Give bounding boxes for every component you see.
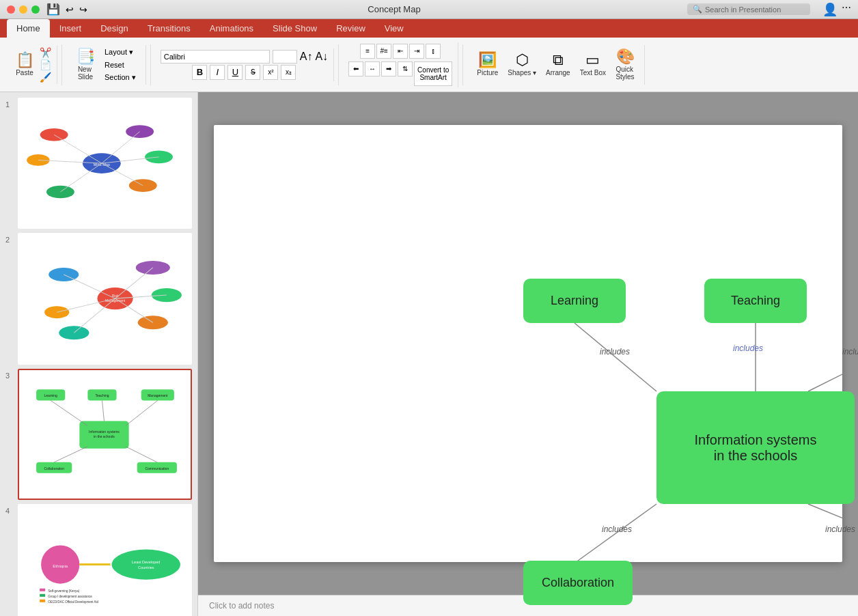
svg-text:Information systems: Information systems — [89, 429, 120, 433]
picture-button[interactable]: 🖼️ Picture — [473, 50, 502, 79]
italic-button[interactable]: I — [210, 65, 225, 80]
arrange-button[interactable]: ⧉ Arrange — [542, 50, 575, 79]
new-slide-icon: 📑 — [77, 49, 95, 64]
quick-styles-button[interactable]: 🎨 QuickStyles — [611, 46, 639, 83]
copy-icon[interactable]: 📄 — [40, 59, 51, 70]
text-box-button[interactable]: ▭ Text Box — [576, 50, 610, 79]
reset-button[interactable]: Reset — [100, 59, 140, 70]
slide-canvas[interactable]: includes includes includes includes incl… — [214, 125, 842, 562]
cut-icon[interactable]: ✂️ — [40, 47, 51, 58]
align-left-button[interactable]: ⬅ — [348, 61, 363, 76]
share-icon[interactable]: ⋯ — [842, 2, 851, 17]
tab-home[interactable]: Home — [7, 19, 50, 38]
columns-button[interactable]: ⫿ — [426, 44, 441, 59]
svg-line-65 — [808, 323, 842, 391]
slide-thumb-4[interactable]: 4 Ethiopia Least Developed Countries — [5, 504, 192, 616]
bullet-list-button[interactable]: ≡ — [360, 44, 375, 59]
edge-label-teaching: includes — [733, 344, 763, 353]
format-painter-icon[interactable]: 🖌️ — [40, 72, 51, 83]
font-family-dropdown[interactable]: Calibri — [161, 50, 270, 64]
paragraph-section: ≡ #≡ ⇤ ⇥ ⫿ ⬅ ↔ ➡ ⇅ Convert toSmartArt — [343, 42, 458, 87]
svg-rect-61 — [40, 600, 45, 602]
clipboard-section: 📋 Paste ✂️ 📄 🖌️ — [5, 46, 57, 84]
search-box[interactable]: 🔍 Search in Presentation — [687, 3, 810, 15]
text-box-icon: ▭ — [585, 53, 600, 68]
slide-thumb-1[interactable]: 1 Mind Map — [5, 98, 192, 229]
slide-thumb-3[interactable]: 3 Information systems in the schools Lea… — [5, 369, 192, 500]
slide-number-2: 2 — [5, 233, 18, 244]
subscript-button[interactable]: x₂ — [281, 65, 296, 80]
slide-canvas-wrapper: includes includes includes includes incl… — [198, 92, 858, 595]
tab-design[interactable]: Design — [91, 19, 137, 38]
svg-point-7 — [46, 186, 74, 199]
font-size-dropdown[interactable] — [273, 50, 297, 64]
underline-button[interactable]: U — [227, 65, 243, 80]
svg-text:OECD/DAC Official Development : OECD/DAC Official Development Aid — [48, 600, 98, 604]
center-node[interactable]: Information systems in the schools — [656, 391, 855, 504]
slide-image-3[interactable]: Information systems in the schools Learn… — [18, 369, 192, 500]
svg-text:Communication: Communication — [145, 466, 169, 470]
svg-point-23 — [59, 326, 89, 340]
slide-panel[interactable]: 1 Mind Map — [0, 92, 198, 616]
collaboration-node[interactable]: Collaboration — [523, 561, 633, 605]
traffic-lights[interactable] — [7, 5, 40, 14]
learning-label: Learning — [551, 294, 598, 308]
numbered-list-button[interactable]: #≡ — [376, 44, 391, 59]
maximize-button[interactable] — [31, 5, 40, 14]
edge-label-learning: includes — [600, 347, 630, 356]
quick-styles-icon: 🎨 — [616, 49, 635, 64]
slide-image-4[interactable]: Ethiopia Least Developed Countries Self-… — [18, 504, 192, 616]
svg-text:Countries: Countries — [138, 565, 154, 569]
svg-rect-59 — [40, 594, 45, 597]
slide-image-2[interactable]: Risk Management — [18, 233, 192, 364]
tab-animations[interactable]: Animations — [200, 19, 263, 38]
edge-label-communication: includes — [825, 524, 855, 534]
strikethrough-button[interactable]: S̶ — [245, 65, 260, 80]
svg-text:Learning: Learning — [44, 393, 57, 397]
align-right-button[interactable]: ➡ — [381, 61, 396, 76]
slide-number-4: 4 — [5, 504, 18, 515]
tab-view[interactable]: View — [375, 19, 413, 38]
slide-thumb-2[interactable]: 2 Risk Management — [5, 233, 192, 364]
convert-smartart-button[interactable]: Convert toSmartArt — [414, 61, 452, 86]
close-button[interactable] — [7, 5, 15, 14]
user-icon[interactable]: 👤 — [822, 2, 838, 17]
bold-button[interactable]: B — [192, 65, 207, 80]
tab-review[interactable]: Review — [327, 19, 375, 38]
align-center-button[interactable]: ↔ — [365, 61, 380, 76]
text-direction-button[interactable]: ⇅ — [398, 61, 413, 76]
shapes-button[interactable]: ⬡ Shapes ▾ — [503, 50, 540, 79]
paste-button[interactable]: 📋 Paste — [11, 50, 38, 79]
increase-font-icon[interactable]: A↑ — [300, 51, 313, 63]
picture-label: Picture — [477, 69, 498, 76]
minimize-button[interactable] — [19, 5, 27, 14]
shapes-label: Shapes ▾ — [508, 69, 536, 76]
increase-indent-button[interactable]: ⇥ — [409, 44, 424, 59]
sep4 — [462, 44, 463, 85]
tab-transitions[interactable]: Transitions — [138, 19, 200, 38]
svg-point-4 — [126, 125, 154, 138]
svg-text:Teaching: Teaching — [95, 393, 109, 397]
slide-image-1[interactable]: Mind Map — [18, 98, 192, 229]
tab-insert[interactable]: Insert — [50, 19, 92, 38]
layout-button[interactable]: Layout ▾ — [100, 46, 140, 58]
learning-node[interactable]: Learning — [523, 279, 626, 323]
slide3-preview: Information systems in the schools Learn… — [19, 370, 191, 499]
slides-section: 📑 NewSlide Layout ▾ Reset Section ▾ — [66, 45, 146, 85]
svg-text:Self-governing (Kenya): Self-governing (Kenya) — [48, 589, 80, 593]
svg-text:Least Developed: Least Developed — [132, 559, 160, 563]
svg-text:in the schools: in the schools — [94, 434, 115, 438]
decrease-indent-button[interactable]: ⇤ — [393, 44, 408, 59]
quick-styles-label: QuickStyles — [615, 66, 634, 81]
edge-label-management: includes — [842, 347, 858, 356]
tab-slideshow[interactable]: Slide Show — [263, 19, 327, 38]
new-slide-button[interactable]: 📑 NewSlide — [72, 46, 99, 83]
svg-text:Ethiopia: Ethiopia — [53, 563, 68, 568]
redo-icon[interactable]: ↪ — [79, 4, 87, 15]
svg-point-53 — [112, 549, 180, 579]
superscript-button[interactable]: x² — [263, 65, 278, 80]
undo-icon[interactable]: ↩ — [66, 4, 74, 15]
decrease-font-icon[interactable]: A↓ — [315, 51, 328, 63]
teaching-node[interactable]: Teaching — [704, 279, 807, 323]
section-button[interactable]: Section ▾ — [100, 72, 140, 83]
